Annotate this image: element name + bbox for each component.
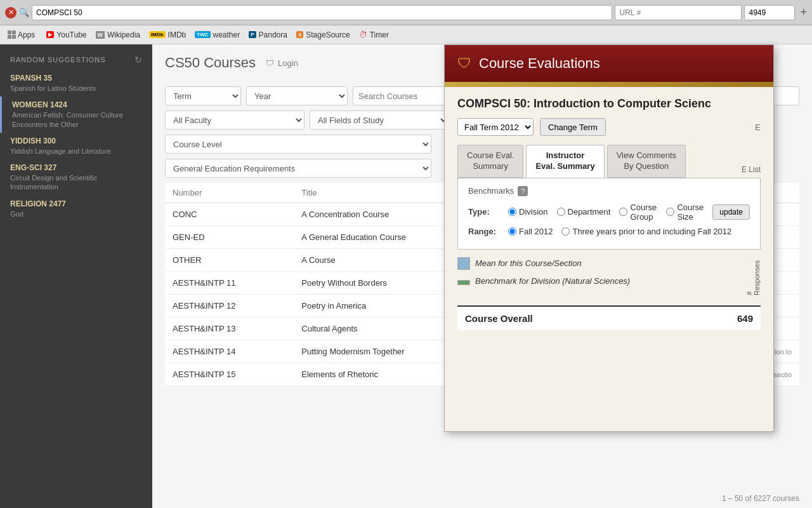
bookmark-timer-label: Timer (370, 30, 389, 39)
login-label: Login (278, 58, 298, 68)
bookmark-pandora[interactable]: P Pandora (249, 30, 287, 39)
course-overall-value: 649 (737, 313, 753, 324)
modal-body: COMPSCI 50: Introduction to Computer Sci… (445, 87, 773, 340)
sidebar-item-religion2477[interactable]: RELIGION 2477 God (0, 196, 152, 222)
bookmark-weather-label: weather (213, 30, 240, 39)
close-tab-button[interactable]: ✕ (5, 7, 16, 18)
bookmark-stagesource[interactable]: S StageSource (296, 30, 350, 39)
modal-title: Course Evaluations (479, 55, 600, 72)
gen-ed-select[interactable]: General Education Requirements (165, 159, 431, 178)
responses-label: # Responses (745, 257, 761, 295)
sidebar-course-label: ENG-SCI 327 (10, 163, 142, 172)
omnibox-input[interactable] (32, 5, 612, 20)
mean-label: Mean for this Course/Section (475, 258, 582, 268)
type-coursegroup-radio[interactable]: Course Group (619, 203, 657, 222)
legend-mean: Mean for this Course/Section (457, 257, 733, 270)
range-radio-group: Fall 2012 Three years prior to and inclu… (508, 227, 750, 236)
search-icon: 🔍 (19, 8, 29, 18)
bookmark-apps[interactable]: Apps (5, 29, 37, 41)
bookmark-imdb-label: IMDb (168, 30, 187, 39)
bookmark-pandora-label: Pandora (259, 30, 287, 39)
add-icon[interactable]: + (800, 6, 807, 19)
type-coursesize-radio[interactable]: Course Size (666, 203, 704, 222)
bookmark-youtube-label: YouTube (56, 30, 86, 39)
term-select[interactable]: Term (165, 86, 241, 105)
bookmark-wikipedia-label: Wikipedia (107, 30, 140, 39)
export-list-label[interactable]: E List (742, 165, 761, 174)
imdb-icon: IMDb (149, 31, 166, 38)
table-footer: 1 – 50 of 6227 courses (152, 489, 812, 508)
range-threeyears-radio[interactable]: Three years prior to and including Fall … (561, 227, 731, 236)
cs50-title: CS50 Courses (165, 55, 256, 71)
benchmark-type-row: Type: Division Department Course Group (468, 203, 750, 222)
gold-bar (445, 82, 773, 87)
stagesource-icon: S (296, 31, 303, 38)
bookmarks-bar: Apps ▶ YouTube W Wikipedia IMDb IMDb TWC… (0, 25, 812, 44)
type-radio-group: Division Department Course Group Course … (508, 203, 750, 222)
level-select[interactable]: Course Level (165, 135, 431, 154)
sidebar-course-label: SPANSH 35 (10, 74, 142, 83)
export-label: E (755, 123, 761, 132)
fields-select[interactable]: All Fields of Study (310, 110, 449, 130)
youtube-icon: ▶ (46, 31, 54, 38)
type-department-radio[interactable]: Department (557, 207, 611, 217)
course-number: GEN-ED (165, 226, 294, 249)
tab-course-eval-summary[interactable]: Course Eval.Summary (457, 145, 523, 178)
course-number: AESTH&INTP 14 (165, 340, 294, 363)
mean-color-swatch (457, 257, 470, 270)
sidebar-item-womgen1424[interactable]: WOMGEN 1424 American Fetish: Consumer Cu… (0, 97, 152, 133)
sidebar-item-yiddish300[interactable]: YIDDISH 300 Yiddish Language and Literat… (0, 133, 152, 159)
course-number: AESTH&INTP 12 (165, 295, 294, 318)
benchmark-section: Benchmarks ? Type: Division Department C (457, 178, 761, 250)
modal-term-select[interactable]: Fall Term 2012 (457, 118, 534, 136)
benchmark-title: Benchmarks ? (468, 186, 750, 196)
sidebar-item-spansh35[interactable]: SPANSH 35 Spanish for Latino Students (0, 70, 152, 97)
course-number: AESTH&INTP 11 (165, 272, 294, 295)
wikipedia-icon: W (96, 31, 105, 39)
weather-icon: TWC (195, 31, 210, 38)
benchmark-help-button[interactable]: ? (518, 186, 528, 196)
sidebar-course-label: WOMGEN 1424 (12, 100, 142, 109)
sidebar-header: RANDOM SUGGESTIONS ↻ (0, 44, 152, 70)
update-button[interactable]: update (712, 204, 750, 220)
main-area: RANDOM SUGGESTIONS ↻ SPANSH 35 Spanish f… (0, 44, 812, 508)
sidebar: RANDOM SUGGESTIONS ↻ SPANSH 35 Spanish f… (0, 44, 152, 508)
faculty-select[interactable]: All Faculty (165, 110, 304, 130)
modal-header: 🛡 Course Evaluations (445, 45, 773, 82)
random-suggestions-label: RANDOM SUGGESTIONS (10, 56, 106, 64)
bookmark-apps-label: Apps (18, 30, 35, 39)
year-select[interactable]: Year (246, 86, 348, 105)
change-term-button[interactable]: Change Term (540, 118, 606, 136)
bookmark-imdb[interactable]: IMDb IMDb (149, 30, 186, 39)
legend-area: Mean for this Course/Section Benchmark f… (457, 257, 761, 298)
browser-chrome: ✕ 🔍 + (0, 0, 812, 25)
course-overall-label: Course Overall (465, 313, 533, 324)
range-fall2012-radio[interactable]: Fall 2012 (508, 227, 553, 236)
bookmark-timer[interactable]: ⏱ Timer (359, 30, 389, 39)
tab-instructor-eval-summary[interactable]: InstructorEval. Summary (526, 145, 604, 178)
url-input[interactable] (615, 5, 742, 20)
bookmark-weather[interactable]: TWC weather (195, 30, 240, 39)
sidebar-item-engsci327[interactable]: ENG-SCI 327 Circuit Design and Scientifi… (0, 159, 152, 196)
type-label: Type: (468, 207, 503, 217)
bookmark-wikipedia[interactable]: W Wikipedia (96, 30, 141, 39)
course-overall-row: Course Overall 649 (457, 305, 761, 330)
modal-course-evaluations: 🛡 Course Evaluations COMPSCI 50: Introdu… (444, 44, 774, 432)
login-button[interactable]: 🛡 Login (266, 58, 298, 68)
refresh-icon[interactable]: ↻ (134, 55, 142, 65)
type-division-radio[interactable]: Division (508, 207, 548, 217)
term-row: Fall Term 2012 Change Term E (457, 118, 761, 136)
omnibox-area: ✕ 🔍 + (5, 5, 807, 20)
sidebar-desc-label: God (10, 210, 142, 218)
col-number: Number (165, 183, 294, 203)
benchmark-color-swatch (457, 280, 470, 285)
sidebar-desc-label: Yiddish Language and Literature (10, 147, 142, 156)
tab-view-comments[interactable]: View CommentsBy Question (607, 145, 686, 178)
sidebar-course-label: RELIGION 2477 (10, 199, 142, 208)
responses-wrap: # Responses (745, 257, 761, 295)
range-label: Range: (468, 227, 503, 236)
benchmark-range-row: Range: Fall 2012 Three years prior to an… (468, 227, 750, 236)
num-input[interactable] (744, 5, 795, 20)
sidebar-desc-label: American Fetish: Consumer Culture Encoun… (12, 110, 142, 129)
bookmark-youtube[interactable]: ▶ YouTube (46, 30, 86, 39)
